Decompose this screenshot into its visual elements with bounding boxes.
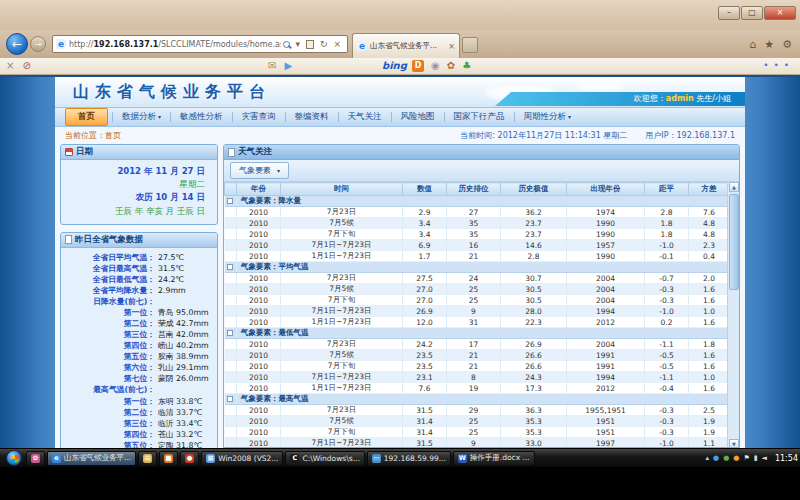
- table-row[interactable]: 20101月1日~7月23日7.61917.32012-0.41.6: [225, 383, 730, 394]
- settings-gear-icon[interactable]: ⚙: [782, 38, 792, 51]
- qq-tray-icon[interactable]: ●: [733, 453, 739, 463]
- maximize-button[interactable]: □: [741, 6, 763, 20]
- app-orange-task-button[interactable]: ■: [159, 451, 178, 466]
- forward-button[interactable]: →: [30, 36, 46, 52]
- table-row[interactable]: 20101月1日~7月23日1.7212.81990-0.10.4: [225, 251, 730, 262]
- address-input[interactable]: e http://192.168.137.1/SLCCLIMATE/module…: [52, 35, 348, 53]
- refresh-icon[interactable]: ↻: [320, 39, 328, 49]
- globe-tray-icon[interactable]: ●: [713, 453, 719, 463]
- back-button[interactable]: ←: [6, 33, 28, 55]
- table-row[interactable]: 20107月5候23.52126.61991-0.51.6: [225, 350, 730, 361]
- group-checkbox[interactable]: [227, 330, 233, 336]
- more-options-icon[interactable]: • • •: [763, 60, 790, 70]
- table-scrollbar[interactable]: ▲ ▼: [727, 182, 739, 448]
- downloader-icon[interactable]: D: [412, 60, 424, 72]
- table-cell: 2010: [237, 438, 281, 449]
- tab-close-icon[interactable]: ×: [448, 42, 455, 51]
- network-tray-icon[interactable]: ▮: [754, 453, 758, 463]
- group-checkbox[interactable]: [227, 396, 233, 402]
- rdp-task-button[interactable]: ▭192.168.59.99...: [367, 451, 451, 466]
- nav-item-0[interactable]: 首页: [65, 108, 108, 126]
- nav-item-7[interactable]: 国家下行产品: [445, 111, 514, 123]
- close-button[interactable]: ×: [764, 6, 796, 20]
- volume-tray-icon[interactable]: ◄: [762, 453, 767, 463]
- table-row[interactable]: 20107月1日~7月23日31.5933.01997-1.01.1: [225, 438, 730, 449]
- send-plane-icon[interactable]: ▶: [284, 59, 292, 73]
- table-group-row[interactable]: 气象要素：降水量: [225, 196, 730, 207]
- mail-icon[interactable]: ✉: [268, 59, 276, 73]
- search-dropdown-icon[interactable]: ▾: [295, 39, 300, 49]
- table-row[interactable]: 20107月5候3.43523.719901.84.8: [225, 218, 730, 229]
- home-icon[interactable]: ⌂: [749, 38, 756, 51]
- nav-item-8[interactable]: 周期性分析▾: [515, 111, 581, 123]
- table-row[interactable]: 20107月23日2.92736.219742.87.6: [225, 207, 730, 218]
- browser-toolbar: ×⊘ ✉▶ bing D◉✿♣ • • •: [0, 58, 800, 75]
- explorer-task-button[interactable]: ▤: [138, 451, 157, 466]
- nav-item-2[interactable]: 敏感性分析: [171, 111, 232, 123]
- table-row[interactable]: 20107月1日~7月23日26.9928.01994-1.01.0: [225, 306, 730, 317]
- table-group-row[interactable]: 气象要素：最高气温: [225, 394, 730, 405]
- flag-tray-icon[interactable]: ⚑: [743, 453, 749, 463]
- nav-item-4[interactable]: 整编资料: [286, 111, 338, 123]
- minimize-button[interactable]: –: [718, 6, 740, 20]
- weather-summary-label: 全省日最低气温：: [61, 274, 155, 285]
- bing-logo[interactable]: bing: [382, 60, 407, 71]
- group-checkbox[interactable]: [227, 198, 233, 204]
- stop-icon[interactable]: ×: [333, 39, 341, 49]
- table-group-row[interactable]: 气象要素：平均气温: [225, 262, 730, 273]
- weather-summary-line: 第五位：胶南 38.9mm: [61, 351, 215, 362]
- clover-icon[interactable]: ♣: [462, 59, 471, 73]
- table-row[interactable]: 20107月23日31.52936.31955,1951-0.32.5: [225, 405, 730, 416]
- nav-item-6[interactable]: 风险地图: [392, 111, 444, 123]
- favorites-star-icon[interactable]: ★: [764, 38, 774, 51]
- row-checkbox-cell: [225, 240, 237, 251]
- table-cell: 7月下旬: [281, 427, 403, 438]
- scrollbar-thumb[interactable]: [729, 194, 739, 290]
- blocked-icon[interactable]: ⊘: [22, 59, 30, 73]
- table-row[interactable]: 20107月下旬23.52126.61991-0.51.6: [225, 361, 730, 372]
- nav-item-1[interactable]: 数据分析▾: [113, 111, 170, 123]
- compatibility-view-icon[interactable]: [306, 40, 314, 49]
- element-filter-button[interactable]: 气象要素 ▾: [230, 162, 289, 179]
- nav-item-5[interactable]: 天气关注: [339, 111, 391, 123]
- table-row[interactable]: 20107月23日27.52430.72004-0.72.0: [225, 273, 730, 284]
- pinned-app-icon[interactable]: ✿: [26, 451, 45, 466]
- weather-summary-value: 临沂 33.4℃: [155, 418, 202, 429]
- table-row[interactable]: 20107月5候31.42535.31951-0.31.9: [225, 416, 730, 427]
- window-titlebar: – □ ×: [0, 0, 800, 30]
- scroll-down-icon[interactable]: ▼: [729, 439, 739, 448]
- table-row[interactable]: 20107月1日~7月23日23.1824.31994-1.11.0: [225, 372, 730, 383]
- paw-icon[interactable]: ✿: [447, 59, 455, 73]
- cmd-task-button[interactable]: CC:\Windows\s...: [285, 451, 364, 466]
- browser-tab[interactable]: e 山东省气候业务平... ×: [352, 33, 460, 58]
- start-button[interactable]: [6, 450, 22, 466]
- search-icon[interactable]: [283, 41, 290, 48]
- weather-summary-value: 荣成 42.7mm: [155, 318, 209, 329]
- table-cell: 1994: [567, 372, 645, 383]
- table-row[interactable]: 20107月23日24.21726.92004-1.11.8: [225, 339, 730, 350]
- word-task-button[interactable]: W操作手册.docx ...: [453, 451, 535, 466]
- table-group-row[interactable]: 气象要素：最低气温: [225, 328, 730, 339]
- vm-task-button[interactable]: ▦Win2008 (VS2...: [201, 451, 283, 466]
- nav-item-3[interactable]: 灾害查询: [233, 111, 285, 123]
- new-tab-button[interactable]: [462, 37, 478, 53]
- group-checkbox[interactable]: [227, 264, 233, 270]
- weather-summary-value: 临清 33.7℃: [155, 407, 202, 418]
- table-row[interactable]: 20101月1日~7月23日12.03122.320120.21.6: [225, 317, 730, 328]
- camera-icon[interactable]: ◉: [431, 59, 440, 73]
- scroll-up-icon[interactable]: ▲: [729, 182, 739, 192]
- taskbar-clock[interactable]: 11:54: [775, 454, 798, 463]
- hidden-icons-chevron[interactable]: ▴: [706, 453, 710, 463]
- table-row[interactable]: 20107月5候27.02530.52004-0.31.6: [225, 284, 730, 295]
- table-cell: 31.4: [403, 416, 447, 427]
- green-tray-icon[interactable]: ●: [723, 453, 729, 463]
- table-row[interactable]: 20107月下旬31.42535.31951-0.31.9: [225, 427, 730, 438]
- table-row[interactable]: 20107月下旬3.43523.719901.84.8: [225, 229, 730, 240]
- app-red-task-button[interactable]: ●: [180, 451, 199, 466]
- table-cell: 36.3: [501, 405, 567, 416]
- table-row[interactable]: 20107月下旬27.02530.52004-0.31.6: [225, 295, 730, 306]
- ie-task-button[interactable]: e山东省气候业务平...: [47, 451, 136, 466]
- table-row[interactable]: 20107月1日~7月23日6.91614.61957-1.02.3: [225, 240, 730, 251]
- toolbar-close-icon[interactable]: ×: [6, 59, 14, 73]
- weather-summary-line: 第四位：苍山 33.2℃: [61, 429, 215, 440]
